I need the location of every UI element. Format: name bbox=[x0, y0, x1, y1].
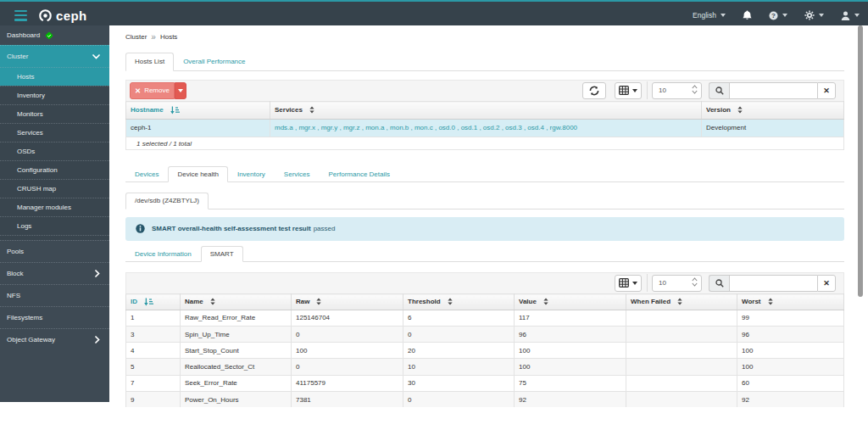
sidebar-item-manager-modules[interactable]: Manager modules bbox=[0, 198, 109, 216]
column-header-worst[interactable]: Worst bbox=[737, 294, 844, 310]
sidebar-item-hosts[interactable]: Hosts bbox=[0, 67, 109, 86]
notifications-button[interactable] bbox=[734, 3, 760, 27]
cell-value: 75 bbox=[515, 375, 626, 391]
column-header-name[interactable]: Name bbox=[181, 294, 292, 310]
page-size-input[interactable]: 10 bbox=[652, 82, 702, 99]
cell-threshold: 0 bbox=[403, 392, 515, 407]
sidebar-item-inventory[interactable]: Inventory bbox=[0, 86, 109, 104]
cell-threshold: 0 bbox=[403, 326, 515, 342]
column-header-hostname[interactable]: Hostname bbox=[126, 102, 270, 120]
help-menu[interactable]: ? bbox=[760, 3, 796, 27]
smart-row[interactable]: 1 Raw_Read_Error_Rate 125146704 6 117 99 bbox=[126, 310, 844, 326]
column-label: Name bbox=[185, 298, 203, 305]
sidebar-item-osds[interactable]: OSDs bbox=[0, 142, 109, 160]
sidebar-item-filesystems[interactable]: Filesystems bbox=[0, 306, 109, 328]
smart-search: ✕ bbox=[709, 275, 836, 292]
sidebar-item-monitors[interactable]: Monitors bbox=[0, 104, 109, 123]
user-menu[interactable] bbox=[832, 3, 861, 27]
column-picker-button[interactable] bbox=[615, 82, 642, 99]
sidebar-item-configuration[interactable]: Configuration bbox=[0, 160, 109, 179]
column-picker-button[interactable] bbox=[615, 275, 642, 292]
scrollbar-track[interactable] bbox=[854, 25, 868, 430]
tab-inventory[interactable]: Inventory bbox=[228, 166, 275, 182]
tab-dev-sdb[interactable]: /dev/sdb (Z4ZBTYLJ) bbox=[125, 193, 209, 209]
cell-threshold: 6 bbox=[403, 310, 515, 326]
refresh-button[interactable] bbox=[582, 82, 606, 99]
hosts-table-toolbar: ✕ Remove bbox=[125, 80, 844, 102]
smart-row[interactable]: 5 Reallocated_Sector_Ct 0 10 100 100 bbox=[126, 359, 844, 375]
cell-when-failed bbox=[626, 375, 737, 391]
page-size-value: 10 bbox=[659, 279, 666, 287]
search-addon bbox=[709, 82, 729, 99]
toolbar-divider bbox=[647, 274, 648, 292]
sidebar-item-block[interactable]: Block bbox=[0, 262, 109, 284]
remove-x-icon: ✕ bbox=[135, 87, 141, 95]
cell-id: 3 bbox=[126, 326, 181, 342]
smart-row[interactable]: 7 Seek_Error_Rate 41175579 30 75 60 bbox=[126, 375, 844, 391]
sidebar-item-services[interactable]: Services bbox=[0, 123, 109, 142]
scrollbar-thumb[interactable] bbox=[858, 25, 863, 297]
sort-asc-icon bbox=[170, 106, 180, 114]
column-header-version[interactable]: Version bbox=[702, 102, 844, 120]
clear-search-button[interactable]: ✕ bbox=[817, 275, 836, 292]
host-row-ceph-1[interactable]: ceph-1 mds.a , mgr.x , mgr.y , mgr.z , m… bbox=[126, 119, 844, 137]
search-input[interactable] bbox=[729, 275, 817, 292]
chevron-down-icon bbox=[632, 89, 637, 92]
tab-device-information[interactable]: Device Information bbox=[125, 246, 201, 262]
column-header-id[interactable]: ID bbox=[126, 294, 181, 310]
column-header-value[interactable]: Value bbox=[515, 294, 626, 310]
smart-row[interactable]: 9 Power_On_Hours 7381 0 92 92 bbox=[126, 392, 844, 407]
sidebar-item-label: Cluster bbox=[7, 53, 28, 60]
tab-performance-details[interactable]: Performance Details bbox=[320, 166, 399, 182]
sidebar-item-pools[interactable]: Pools bbox=[0, 240, 109, 262]
cell-raw: 100 bbox=[292, 343, 403, 359]
spinner-arrows-icon[interactable] bbox=[692, 277, 698, 287]
sidebar-toggle-icon[interactable] bbox=[14, 10, 27, 21]
column-header-services[interactable]: Services bbox=[270, 102, 702, 120]
column-header-threshold[interactable]: Threshold bbox=[403, 294, 515, 310]
alert-text: passed bbox=[314, 225, 336, 232]
column-label: When Failed bbox=[631, 298, 670, 305]
cell-raw: 125146704 bbox=[292, 310, 403, 326]
sidebar-item-object-gateway[interactable]: Object Gateway bbox=[0, 328, 109, 350]
breadcrumb-parent[interactable]: Cluster bbox=[125, 33, 147, 41]
language-menu[interactable]: English bbox=[684, 3, 734, 27]
remove-dropdown-toggle[interactable] bbox=[175, 82, 186, 99]
cell-when-failed bbox=[626, 392, 737, 407]
sidebar-item-cluster[interactable]: Cluster bbox=[0, 45, 109, 67]
tab-devices[interactable]: Devices bbox=[125, 166, 168, 182]
cell-services[interactable]: mds.a , mgr.x , mgr.y , mgr.z , mon.a , … bbox=[270, 119, 702, 137]
page-size-value: 10 bbox=[659, 87, 666, 94]
cell-value: 100 bbox=[515, 343, 626, 359]
toolbar-divider bbox=[647, 81, 648, 99]
smart-row[interactable]: 4 Start_Stop_Count 100 20 100 100 bbox=[126, 343, 844, 359]
search-icon bbox=[715, 279, 724, 288]
sidebar-item-label: NFS bbox=[7, 292, 20, 299]
ceph-logo[interactable]: ceph bbox=[38, 8, 87, 23]
tab-hosts-list[interactable]: Hosts List bbox=[125, 53, 174, 71]
cell-name: Start_Stop_Count bbox=[181, 343, 292, 359]
cell-worst: 100 bbox=[737, 343, 844, 359]
sort-icon bbox=[316, 298, 321, 305]
column-header-when-failed[interactable]: When Failed bbox=[626, 294, 737, 310]
clear-search-button[interactable]: ✕ bbox=[817, 82, 836, 99]
tab-overall-performance[interactable]: Overall Performance bbox=[174, 53, 254, 71]
spinner-arrows-icon[interactable] bbox=[692, 85, 698, 94]
tab-smart[interactable]: SMART bbox=[201, 246, 243, 262]
search-input[interactable] bbox=[729, 82, 817, 99]
settings-menu[interactable] bbox=[796, 3, 832, 27]
smart-row[interactable]: 3 Spin_Up_Time 0 0 96 96 bbox=[126, 326, 844, 342]
sidebar-item-label: CRUSH map bbox=[17, 185, 56, 193]
sidebar-item-crush-map[interactable]: CRUSH map bbox=[0, 179, 109, 198]
sidebar-item-nfs[interactable]: NFS bbox=[0, 284, 109, 306]
gear-icon bbox=[804, 10, 815, 20]
tab-device-health[interactable]: Device health bbox=[168, 166, 227, 182]
sidebar-item-logs[interactable]: Logs bbox=[0, 216, 109, 235]
breadcrumb-separator: » bbox=[151, 32, 156, 42]
column-header-raw[interactable]: Raw bbox=[292, 294, 403, 310]
remove-button[interactable]: ✕ Remove bbox=[130, 82, 175, 99]
sidebar-item-label: Manager modules bbox=[17, 204, 71, 211]
sidebar-item-dashboard[interactable]: Dashboard bbox=[0, 25, 109, 45]
tab-services[interactable]: Services bbox=[275, 166, 320, 182]
page-size-input[interactable]: 10 bbox=[652, 275, 702, 292]
